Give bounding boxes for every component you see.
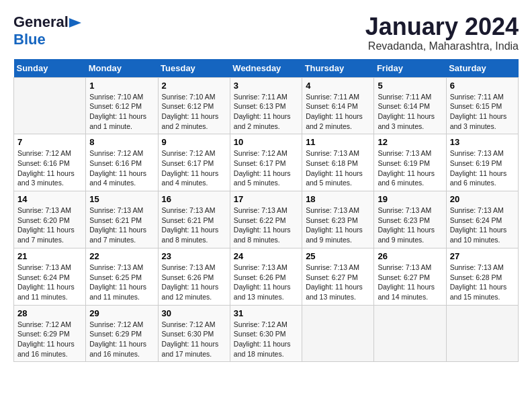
day-info: Sunrise: 7:13 AMSunset: 6:23 PMDaylight:…: [378, 205, 442, 245]
day-of-week-sunday: Sunday: [14, 59, 86, 78]
day-number: 13: [450, 137, 515, 147]
table-row: 2Sunrise: 7:10 AMSunset: 6:12 PMDaylight…: [158, 77, 230, 134]
day-number: 15: [89, 194, 154, 204]
day-info: Sunrise: 7:13 AMSunset: 6:18 PMDaylight:…: [306, 148, 370, 188]
day-number: 27: [450, 251, 515, 261]
table-row: 9Sunrise: 7:12 AMSunset: 6:17 PMDaylight…: [158, 134, 230, 191]
day-number: 10: [234, 137, 298, 147]
day-number: 21: [17, 251, 82, 261]
table-row: 19Sunrise: 7:13 AMSunset: 6:23 PMDayligh…: [374, 191, 446, 248]
calendar-week-5: 28Sunrise: 7:12 AMSunset: 6:29 PMDayligh…: [14, 305, 519, 362]
day-info: Sunrise: 7:13 AMSunset: 6:21 PMDaylight:…: [162, 205, 226, 245]
day-info: Sunrise: 7:13 AMSunset: 6:25 PMDaylight:…: [89, 263, 154, 302]
table-row: 28Sunrise: 7:12 AMSunset: 6:29 PMDayligh…: [14, 305, 86, 362]
day-number: 25: [306, 251, 370, 261]
day-number: 22: [89, 251, 154, 261]
day-info: Sunrise: 7:12 AMSunset: 6:17 PMDaylight:…: [234, 148, 298, 188]
table-row: 30Sunrise: 7:12 AMSunset: 6:30 PMDayligh…: [158, 305, 230, 362]
table-row: 23Sunrise: 7:13 AMSunset: 6:26 PMDayligh…: [158, 248, 230, 305]
days-of-week-row: SundayMondayTuesdayWednesdayThursdayFrid…: [14, 59, 519, 78]
calendar-body: 1Sunrise: 7:10 AMSunset: 6:12 PMDaylight…: [14, 77, 519, 362]
table-row: 4Sunrise: 7:11 AMSunset: 6:14 PMDaylight…: [302, 77, 374, 134]
day-info: Sunrise: 7:12 AMSunset: 6:29 PMDaylight:…: [17, 320, 82, 359]
logo: General Blue: [13, 13, 81, 48]
day-number: 12: [378, 137, 442, 147]
day-info: Sunrise: 7:13 AMSunset: 6:24 PMDaylight:…: [450, 205, 515, 245]
table-row: 13Sunrise: 7:13 AMSunset: 6:19 PMDayligh…: [446, 134, 518, 191]
day-number: 28: [17, 308, 82, 318]
day-info: Sunrise: 7:12 AMSunset: 6:30 PMDaylight:…: [234, 320, 298, 359]
page-header: General Blue January 2024 Revadanda, Mah…: [13, 13, 519, 52]
day-info: Sunrise: 7:13 AMSunset: 6:19 PMDaylight:…: [378, 148, 442, 188]
day-of-week-friday: Friday: [374, 59, 446, 78]
table-row: 15Sunrise: 7:13 AMSunset: 6:21 PMDayligh…: [86, 191, 158, 248]
calendar-table: SundayMondayTuesdayWednesdayThursdayFrid…: [13, 59, 519, 363]
day-info: Sunrise: 7:13 AMSunset: 6:23 PMDaylight:…: [306, 205, 370, 245]
logo-arrow-icon: [69, 17, 81, 29]
day-number: 4: [306, 81, 370, 91]
day-info: Sunrise: 7:10 AMSunset: 6:12 PMDaylight:…: [89, 92, 154, 132]
logo-blue: Blue: [13, 31, 46, 48]
day-info: Sunrise: 7:13 AMSunset: 6:26 PMDaylight:…: [234, 263, 298, 302]
day-info: Sunrise: 7:13 AMSunset: 6:26 PMDaylight:…: [162, 263, 226, 302]
table-row: 10Sunrise: 7:12 AMSunset: 6:17 PMDayligh…: [230, 134, 302, 191]
table-row: 27Sunrise: 7:13 AMSunset: 6:28 PMDayligh…: [446, 248, 518, 305]
calendar-title-block: January 2024 Revadanda, Maharashtra, Ind…: [365, 13, 519, 52]
day-number: 19: [378, 194, 442, 204]
day-info: Sunrise: 7:13 AMSunset: 6:24 PMDaylight:…: [17, 263, 82, 302]
table-row: 25Sunrise: 7:13 AMSunset: 6:27 PMDayligh…: [302, 248, 374, 305]
table-row: [302, 305, 374, 362]
day-number: 8: [89, 137, 154, 147]
day-of-week-thursday: Thursday: [302, 59, 374, 78]
day-info: Sunrise: 7:11 AMSunset: 6:14 PMDaylight:…: [378, 92, 442, 132]
day-number: 3: [234, 81, 298, 91]
day-info: Sunrise: 7:10 AMSunset: 6:12 PMDaylight:…: [162, 92, 226, 132]
day-info: Sunrise: 7:13 AMSunset: 6:22 PMDaylight:…: [234, 205, 298, 245]
calendar-week-3: 14Sunrise: 7:13 AMSunset: 6:20 PMDayligh…: [14, 191, 519, 248]
logo-general: General: [13, 13, 69, 31]
table-row: [446, 305, 518, 362]
table-row: 31Sunrise: 7:12 AMSunset: 6:30 PMDayligh…: [230, 305, 302, 362]
day-info: Sunrise: 7:12 AMSunset: 6:16 PMDaylight:…: [17, 148, 82, 188]
table-row: 1Sunrise: 7:10 AMSunset: 6:12 PMDaylight…: [86, 77, 158, 134]
calendar-week-4: 21Sunrise: 7:13 AMSunset: 6:24 PMDayligh…: [14, 248, 519, 305]
day-of-week-saturday: Saturday: [446, 59, 518, 78]
day-number: 29: [89, 308, 154, 318]
day-info: Sunrise: 7:13 AMSunset: 6:27 PMDaylight:…: [306, 263, 370, 302]
day-number: 31: [234, 308, 298, 318]
day-of-week-wednesday: Wednesday: [230, 59, 302, 78]
day-number: 20: [450, 194, 515, 204]
day-number: 7: [17, 137, 82, 147]
day-info: Sunrise: 7:11 AMSunset: 6:14 PMDaylight:…: [306, 92, 370, 132]
table-row: 6Sunrise: 7:11 AMSunset: 6:15 PMDaylight…: [446, 77, 518, 134]
day-number: 6: [450, 81, 515, 91]
table-row: 11Sunrise: 7:13 AMSunset: 6:18 PMDayligh…: [302, 134, 374, 191]
day-info: Sunrise: 7:12 AMSunset: 6:17 PMDaylight:…: [162, 148, 226, 188]
table-row: 14Sunrise: 7:13 AMSunset: 6:20 PMDayligh…: [14, 191, 86, 248]
table-row: 12Sunrise: 7:13 AMSunset: 6:19 PMDayligh…: [374, 134, 446, 191]
day-of-week-monday: Monday: [86, 59, 158, 78]
table-row: [374, 305, 446, 362]
day-info: Sunrise: 7:13 AMSunset: 6:20 PMDaylight:…: [17, 205, 82, 245]
day-number: 30: [162, 308, 226, 318]
day-number: 11: [306, 137, 370, 147]
day-number: 2: [162, 81, 226, 91]
svg-marker-0: [69, 18, 81, 28]
day-info: Sunrise: 7:13 AMSunset: 6:19 PMDaylight:…: [450, 148, 515, 188]
day-number: 5: [378, 81, 442, 91]
day-number: 9: [162, 137, 226, 147]
table-row: 16Sunrise: 7:13 AMSunset: 6:21 PMDayligh…: [158, 191, 230, 248]
day-number: 24: [234, 251, 298, 261]
day-number: 18: [306, 194, 370, 204]
table-row: 5Sunrise: 7:11 AMSunset: 6:14 PMDaylight…: [374, 77, 446, 134]
day-info: Sunrise: 7:12 AMSunset: 6:16 PMDaylight:…: [89, 148, 154, 188]
table-row: [14, 77, 86, 134]
table-row: 3Sunrise: 7:11 AMSunset: 6:13 PMDaylight…: [230, 77, 302, 134]
day-number: 23: [162, 251, 226, 261]
table-row: 18Sunrise: 7:13 AMSunset: 6:23 PMDayligh…: [302, 191, 374, 248]
day-info: Sunrise: 7:12 AMSunset: 6:30 PMDaylight:…: [162, 320, 226, 359]
day-info: Sunrise: 7:11 AMSunset: 6:15 PMDaylight:…: [450, 92, 515, 132]
day-number: 26: [378, 251, 442, 261]
table-row: 29Sunrise: 7:12 AMSunset: 6:29 PMDayligh…: [86, 305, 158, 362]
day-number: 14: [17, 194, 82, 204]
